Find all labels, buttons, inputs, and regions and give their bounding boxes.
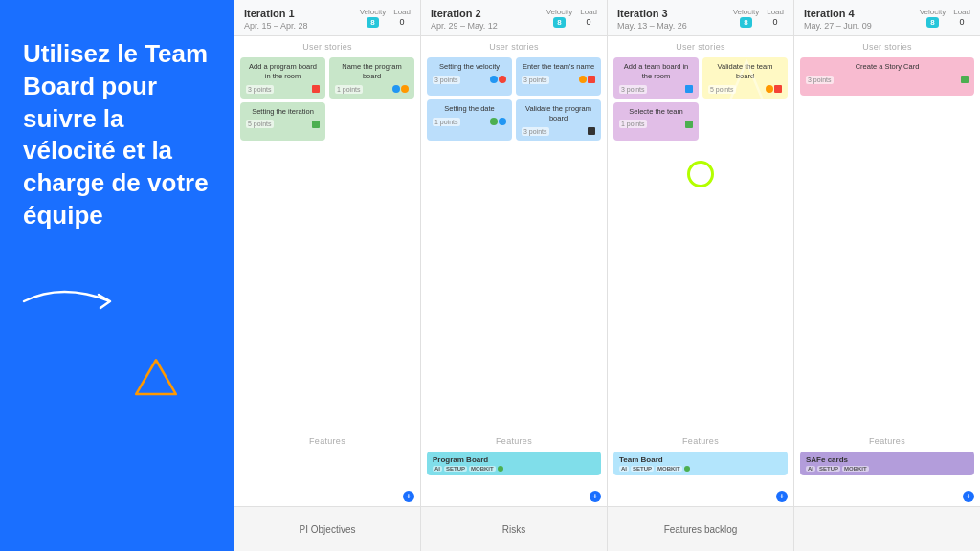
- story-card[interactable]: Create a Story Card 3 points: [800, 57, 974, 96]
- story-card[interactable]: Validate the program board 3 points: [516, 99, 601, 141]
- add-feature-btn-1[interactable]: +: [403, 491, 414, 502]
- story-card[interactable]: Setting the velocity 3 points: [427, 57, 512, 96]
- add-feature-btn-4[interactable]: +: [963, 491, 974, 502]
- iteration-3-load-label: Load: [767, 8, 784, 16]
- tab-extra: [794, 507, 980, 551]
- circle-decoration: [687, 161, 714, 187]
- iteration-3-name: Iteration 3: [617, 8, 687, 19]
- features-col-3: Features Team Board AI SETUP MOBKIT +: [608, 430, 794, 506]
- tab-risks[interactable]: Risks: [421, 507, 608, 551]
- features-col-2: Features Program Board AI SETUP MOBKIT +: [421, 430, 608, 506]
- cards-grid-2: Setting the velocity 3 points Enter the …: [427, 57, 601, 141]
- safe-cards-card[interactable]: SAFe cards AI SETUP MOBKIT: [800, 452, 974, 475]
- story-card[interactable]: Enter the team's name 3 points: [516, 57, 601, 96]
- features-label-1: Features: [240, 436, 414, 446]
- iteration-1-header: Iteration 1 Apr. 15 – Apr. 28 Velocity 8…: [234, 0, 421, 35]
- iteration-2-velocity-value: 8: [553, 17, 565, 28]
- add-feature-btn-2[interactable]: +: [590, 491, 601, 502]
- iteration-3-header: Iteration 3 May. 13 – May. 26 Velocity 8…: [608, 0, 794, 35]
- hero-title: Utilisez le Team Board pour suivre la vé…: [23, 38, 212, 232]
- user-stories-col-2: User stories Setting the velocity 3 poin…: [421, 36, 608, 430]
- story-card[interactable]: Selecte the team 1 points: [613, 102, 699, 141]
- bottom-tabs-row: PI Objectives Risks Features backlog: [234, 507, 980, 551]
- program-board-card[interactable]: Program Board AI SETUP MOBKIT: [427, 452, 601, 475]
- user-stories-col-3: User stories Add a team board in the roo…: [608, 36, 794, 430]
- iteration-1-velocity-label: Velocity: [360, 8, 387, 16]
- tab-pi-objectives[interactable]: PI Objectives: [234, 507, 421, 551]
- iteration-1-name: Iteration 1: [244, 8, 308, 19]
- iteration-2-load-value: 0: [587, 17, 591, 27]
- iteration-4-velocity-label: Velocity: [920, 8, 947, 16]
- features-col-1: Features +: [234, 430, 421, 506]
- top-right-triangle: [727, 59, 766, 107]
- features-label-3: Features: [613, 436, 788, 446]
- story-card[interactable]: Add a team board in the room 3 points: [613, 57, 699, 99]
- iteration-4-load-label: Load: [953, 8, 970, 16]
- story-card[interactable]: Add a program board in the room 3 points: [240, 57, 325, 99]
- iteration-3-date: May. 13 – May. 26: [617, 21, 687, 31]
- team-board-card[interactable]: Team Board AI SETUP MOBKIT: [613, 452, 788, 475]
- iterations-header-row: Iteration 1 Apr. 15 – Apr. 28 Velocity 8…: [234, 0, 980, 36]
- hero-panel: Utilisez le Team Board pour suivre la vé…: [0, 0, 234, 551]
- add-feature-btn-3[interactable]: +: [776, 491, 788, 502]
- iteration-3-velocity-label: Velocity: [733, 8, 760, 16]
- board-grid: Iteration 1 Apr. 15 – Apr. 28 Velocity 8…: [234, 0, 980, 551]
- triangle-decoration: [132, 354, 180, 402]
- user-stories-section: User stories Add a program board in the …: [234, 36, 980, 430]
- iteration-3-velocity-value: 8: [740, 17, 751, 28]
- iteration-3-load-value: 0: [773, 17, 778, 27]
- story-card[interactable]: Setting the iteration 5 points: [240, 102, 325, 141]
- tab-features-backlog[interactable]: Features backlog: [608, 507, 794, 551]
- iteration-4-date: May. 27 – Jun. 09: [804, 21, 872, 31]
- iteration-2-date: Apr. 29 – May. 12: [431, 21, 498, 31]
- iteration-1-load-label: Load: [393, 8, 411, 16]
- cards-grid-4: Create a Story Card 3 points: [800, 57, 974, 96]
- iteration-2-velocity-label: Velocity: [546, 8, 573, 16]
- iteration-2-name: Iteration 2: [431, 8, 498, 19]
- story-card[interactable]: Setting the date 1 points: [427, 99, 512, 141]
- user-stories-col-4: User stories Create a Story Card 3 point…: [794, 36, 980, 430]
- iteration-2-header: Iteration 2 Apr. 29 – May. 12 Velocity 8…: [421, 0, 608, 35]
- arrow-decoration: [14, 277, 139, 325]
- iteration-4-header: Iteration 4 May. 27 – Jun. 09 Velocity 8…: [794, 0, 980, 35]
- iteration-1-date: Apr. 15 – Apr. 28: [244, 21, 308, 31]
- user-stories-label-4: User stories: [800, 42, 974, 52]
- user-stories-col-1: User stories Add a program board in the …: [234, 36, 421, 430]
- iteration-1-load-value: 0: [400, 17, 405, 27]
- user-stories-label-1: User stories: [240, 42, 414, 52]
- iteration-4-name: Iteration 4: [804, 8, 872, 19]
- features-row: Features + Features Program Board AI SET…: [234, 430, 980, 507]
- team-board: Iteration 1 Apr. 15 – Apr. 28 Velocity 8…: [234, 0, 980, 551]
- cards-grid-1: Add a program board in the room 3 points…: [240, 57, 414, 141]
- features-label-4: Features: [800, 436, 974, 446]
- user-stories-label-3: User stories: [613, 42, 788, 52]
- features-col-4: Features SAFe cards AI SETUP MOBKIT +: [794, 430, 980, 506]
- user-stories-label-2: User stories: [427, 42, 601, 52]
- iteration-1-velocity-value: 8: [367, 17, 378, 28]
- iteration-4-velocity-value: 8: [926, 17, 938, 28]
- features-label-2: Features: [427, 436, 601, 446]
- story-card[interactable]: Name the program board 1 points: [329, 57, 414, 99]
- iteration-4-load-value: 0: [960, 17, 965, 27]
- iteration-2-load-label: Load: [580, 8, 597, 16]
